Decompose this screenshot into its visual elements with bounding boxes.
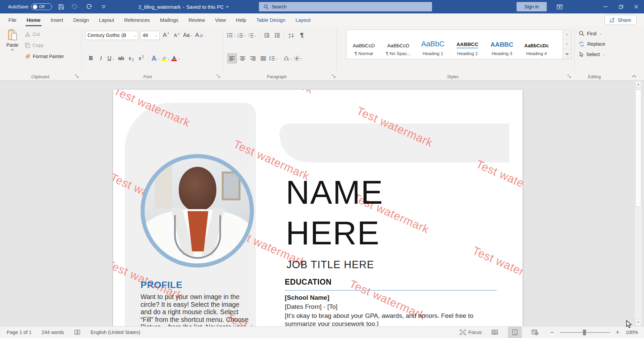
clear-formatting-button[interactable]: A: [195, 30, 204, 40]
search-input[interactable]: Search: [259, 2, 432, 11]
font-name-combobox[interactable]: Century Gothic (B ⌄: [85, 31, 138, 40]
style-heading-3[interactable]: AABBCHeading 3: [485, 30, 519, 59]
show-formatting-marks-button[interactable]: ¶: [297, 30, 307, 40]
style-normal[interactable]: AaBbCcD¶ Normal: [346, 30, 381, 59]
borders-button[interactable]: ⌄: [294, 53, 303, 63]
proofing-status-button[interactable]: [74, 330, 80, 335]
style-heading-4[interactable]: AaBbCcDcHeading 4: [519, 30, 554, 59]
undo-button[interactable]: ⌄: [71, 2, 80, 11]
education-school[interactable]: [School Name]: [285, 294, 329, 301]
strikethrough-button[interactable]: ab: [117, 53, 125, 63]
subscript-button[interactable]: x2: [127, 53, 136, 63]
minimize-button[interactable]: [598, 0, 613, 13]
page-count-indicator[interactable]: Page 1 of 1: [7, 330, 32, 335]
customize-quick-access-button[interactable]: [99, 2, 108, 11]
profile-heading[interactable]: PROFILE: [141, 280, 182, 290]
education-heading[interactable]: EDUCATION: [285, 278, 332, 287]
highlight-color-button[interactable]: ⌄: [161, 53, 170, 63]
change-case-button[interactable]: Aa⌄: [183, 30, 193, 40]
scroll-up-button[interactable]: ▲: [635, 81, 641, 88]
education-dates[interactable]: [Dates From] - [To]: [285, 303, 337, 310]
style-heading-1[interactable]: AaBbCHeading 1: [416, 30, 450, 59]
tab-layout[interactable]: Layout: [94, 13, 119, 26]
numbering-button[interactable]: 123⌄: [237, 30, 247, 40]
decrease-indent-button[interactable]: [262, 30, 271, 40]
tab-mailings[interactable]: Mailings: [155, 13, 183, 26]
styles-gallery-more-button[interactable]: ▬˅: [563, 49, 571, 59]
autosave-control[interactable]: AutoSave Off: [8, 3, 52, 10]
tab-help[interactable]: Help: [231, 13, 251, 26]
superscript-button[interactable]: x2: [137, 53, 146, 63]
styles-scroll-up-button[interactable]: ˄: [563, 30, 571, 40]
styles-dialog-launcher[interactable]: [567, 74, 572, 79]
style-heading-2[interactable]: AABBCCHeading 2: [450, 30, 485, 59]
tab-file[interactable]: File: [3, 13, 21, 26]
education-description[interactable]: [It’s okay to brag about your GPA, award…: [285, 312, 473, 326]
save-button[interactable]: [57, 2, 66, 11]
multilevel-list-button[interactable]: 1ai⌄: [248, 30, 257, 40]
zoom-in-button[interactable]: +: [616, 329, 620, 336]
tab-design[interactable]: Design: [68, 13, 94, 26]
align-center-button[interactable]: [238, 53, 247, 63]
shading-button[interactable]: ⌄: [283, 53, 293, 63]
focus-mode-button[interactable]: Focus: [460, 330, 482, 335]
tab-references[interactable]: References: [119, 13, 155, 26]
collapse-ribbon-button[interactable]: [632, 75, 636, 78]
paste-button[interactable]: Paste: [3, 29, 21, 70]
bullets-button[interactable]: ⌄: [227, 30, 236, 40]
document-title[interactable]: 2_tiling_watermark - Saved to this PC: [139, 4, 229, 10]
align-left-button[interactable]: [227, 53, 237, 63]
justify-button[interactable]: [259, 53, 268, 63]
redo-button[interactable]: [85, 2, 94, 11]
restore-button[interactable]: [613, 0, 629, 13]
zoom-slider-thumb[interactable]: [583, 330, 586, 335]
profile-body-text[interactable]: Want to put your own image in thecircle?…: [141, 293, 249, 326]
vertical-scrollbar[interactable]: ▲ ▼: [635, 81, 642, 326]
document-canvas[interactable]: Test watermarkTest watermarkTest waterma…: [0, 81, 644, 326]
find-button[interactable]: Find ⌄: [579, 30, 605, 38]
read-mode-button[interactable]: [488, 327, 502, 338]
sign-in-button[interactable]: Sign in: [517, 2, 547, 11]
bold-button[interactable]: B: [87, 53, 95, 63]
underline-button[interactable]: U⌄: [107, 53, 115, 63]
tab-insert[interactable]: Insert: [46, 13, 68, 26]
copy-button[interactable]: Copy: [25, 41, 64, 49]
document-page[interactable]: Test watermarkTest watermarkTest waterma…: [113, 90, 523, 326]
align-right-button[interactable]: [248, 53, 258, 63]
font-size-combobox[interactable]: 48 ⌄: [140, 31, 160, 40]
scrollbar-thumb[interactable]: [635, 89, 641, 207]
zoom-out-button[interactable]: −: [550, 329, 554, 336]
cut-button[interactable]: Cut: [25, 30, 64, 38]
grow-font-button[interactable]: A˄: [162, 30, 170, 40]
styles-scroll-down-button[interactable]: ˅: [563, 40, 571, 49]
close-button[interactable]: [629, 0, 644, 13]
shrink-font-button[interactable]: A˅: [172, 30, 181, 40]
zoom-slider[interactable]: [560, 332, 610, 333]
font-dialog-launcher[interactable]: [216, 74, 221, 79]
tab-review[interactable]: Review: [183, 13, 210, 26]
resume-job-title[interactable]: JOB TITLE HERE: [286, 259, 374, 271]
tab-home[interactable]: Home: [21, 13, 46, 26]
profile-photo[interactable]: [141, 154, 254, 268]
word-count-indicator[interactable]: 244 words: [42, 330, 64, 335]
print-layout-button[interactable]: [508, 327, 522, 338]
clipboard-dialog-launcher[interactable]: [74, 74, 79, 79]
italic-button[interactable]: I: [97, 53, 105, 63]
tab-view[interactable]: View: [210, 13, 231, 26]
sort-button[interactable]: AZ: [287, 30, 296, 40]
language-indicator[interactable]: English (United States): [91, 330, 140, 335]
share-button[interactable]: Share: [604, 15, 637, 25]
resume-name[interactable]: NAME HERE: [286, 172, 383, 253]
style-no-spac[interactable]: AaBbCcD¶ No Spac...: [381, 30, 416, 59]
autosave-toggle[interactable]: Off: [31, 3, 52, 10]
text-effects-button[interactable]: A⌄: [151, 53, 160, 63]
scroll-down-button[interactable]: ▼: [635, 319, 641, 326]
line-spacing-button[interactable]: ⌄: [269, 53, 278, 63]
replace-button[interactable]: bc Replace: [579, 40, 605, 48]
ribbon-display-options-button[interactable]: [553, 2, 566, 11]
paragraph-dialog-launcher[interactable]: [331, 74, 336, 79]
tab-table-design[interactable]: Table Design: [251, 13, 290, 26]
increase-indent-button[interactable]: [272, 30, 282, 40]
font-color-button[interactable]: A ⌄: [171, 53, 180, 63]
select-button[interactable]: Select ⌄: [579, 50, 605, 58]
